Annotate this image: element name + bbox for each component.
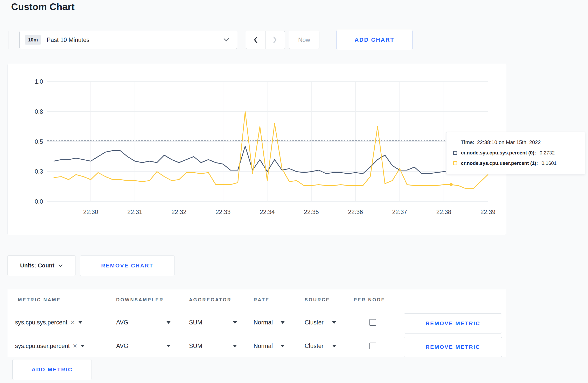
per-node-checkbox[interactable] (369, 343, 376, 349)
clear-metric-icon[interactable]: × (71, 319, 75, 326)
tooltip-series-value: 0.1601 (542, 160, 557, 166)
tooltip-time-row: Time:22:38:10 on Mar 15th, 2022 (453, 139, 577, 145)
svg-text:22:35: 22:35 (304, 209, 319, 215)
caret-down-icon (332, 321, 336, 324)
header-downsampler: DOWNSAMPLER (116, 297, 164, 303)
add-metric-button[interactable]: ADD METRIC (12, 359, 92, 380)
aggregator-value: SUM (189, 343, 202, 350)
units-dropdown[interactable]: Units: Count (8, 255, 75, 276)
chevron-down-icon (58, 264, 63, 267)
units-label: Units: Count (20, 262, 54, 269)
toolbar-divider (9, 31, 9, 49)
aggregator-select[interactable]: SUM (189, 343, 237, 350)
tooltip-time-value: 22:38:10 on Mar 15th, 2022 (477, 139, 541, 145)
clear-metric-icon[interactable]: × (73, 342, 77, 350)
chevron-right-icon (273, 36, 277, 44)
caret-down-icon (78, 321, 82, 324)
time-range-dropdown[interactable]: 10m Past 10 Minutes (19, 31, 237, 49)
rate-select[interactable]: Normal (254, 343, 285, 350)
chart-tooltip: Time:22:38:10 on Mar 15th, 2022 cr.node.… (446, 132, 585, 174)
downsampler-select[interactable]: AVG (116, 343, 171, 350)
svg-text:22:38: 22:38 (436, 209, 451, 215)
svg-text:0.3: 0.3 (35, 168, 43, 175)
metric-name-select[interactable]: sys.cpu.user.percent × (15, 342, 85, 350)
remove-chart-button[interactable]: REMOVE CHART (80, 255, 174, 276)
tooltip-series-value: 0.2732 (540, 150, 555, 156)
chevron-left-icon (253, 36, 258, 44)
aggregator-value: SUM (189, 319, 202, 326)
rate-value: Normal (254, 319, 273, 326)
caret-down-icon (81, 345, 85, 347)
caret-down-icon (166, 345, 171, 347)
caret-down-icon (166, 321, 171, 324)
svg-text:22:39: 22:39 (480, 209, 495, 215)
svg-text:22:31: 22:31 (127, 209, 142, 215)
svg-text:1.0: 1.0 (35, 78, 43, 85)
metric-name-value: sys.cpu.sys.percent (15, 319, 67, 326)
tooltip-time-label: Time: (461, 139, 474, 145)
time-range-label: Past 10 Minutes (47, 37, 89, 44)
aggregator-select[interactable]: SUM (189, 319, 237, 326)
tooltip-series-label: cr.node.sys.cpu.user.percent (1): (461, 160, 538, 166)
now-button[interactable]: Now (289, 31, 319, 49)
caret-down-icon (281, 345, 285, 347)
rate-value: Normal (254, 343, 273, 350)
remove-metric-button[interactable]: REMOVE METRIC (404, 337, 502, 357)
chart-area: 1.00.80.50.30.022:3022:3122:3222:3322:34… (8, 64, 586, 235)
time-series-chart[interactable]: 1.00.80.50.30.022:3022:3122:3222:3322:34… (8, 64, 506, 235)
next-time-button[interactable] (265, 31, 285, 49)
remove-metric-button[interactable]: REMOVE METRIC (404, 313, 502, 334)
caret-down-icon (332, 345, 336, 347)
svg-text:22:37: 22:37 (392, 209, 407, 215)
add-chart-button[interactable]: ADD CHART (337, 30, 412, 50)
metric-name-select[interactable]: sys.cpu.sys.percent × (15, 319, 82, 326)
time-range-badge: 10m (25, 35, 41, 45)
header-source: SOURCE (305, 297, 330, 303)
svg-text:0.8: 0.8 (35, 108, 43, 115)
page-title: Custom Chart (11, 2, 75, 12)
svg-text:22:34: 22:34 (260, 209, 275, 215)
caret-down-icon (281, 321, 285, 324)
custom-chart-page: Custom Chart 10m Past 10 Minutes Now ADD… (0, 0, 588, 383)
svg-text:22:36: 22:36 (348, 209, 363, 215)
downsampler-value: AVG (116, 319, 128, 326)
tooltip-series-row: cr.node.sys.cpu.sys.percent (0): 0.2732 (453, 150, 577, 156)
caret-down-icon (233, 321, 237, 324)
svg-text:0.0: 0.0 (35, 198, 43, 205)
svg-text:22:30: 22:30 (83, 209, 98, 215)
svg-text:0.5: 0.5 (35, 138, 43, 145)
per-node-checkbox[interactable] (369, 319, 376, 326)
downsampler-value: AVG (116, 343, 128, 350)
source-select[interactable]: Cluster (305, 319, 336, 326)
header-per-node: PER NODE (354, 297, 385, 303)
chevron-down-icon (223, 38, 229, 42)
header-aggregator: AGGREGATOR (189, 297, 232, 303)
chart-panel: 1.00.80.50.30.022:3022:3122:3222:3322:34… (8, 64, 506, 235)
tooltip-series-row: cr.node.sys.cpu.user.percent (1): 0.1601 (453, 160, 577, 166)
header-rate: RATE (254, 297, 270, 303)
series-sys-swatch-icon (453, 151, 457, 155)
series-user-swatch-icon (453, 161, 457, 165)
metric-row: sys.cpu.sys.percent × AVG SUM Normal Clu… (8, 312, 506, 332)
svg-text:22:32: 22:32 (172, 209, 187, 215)
caret-down-icon (233, 345, 237, 347)
source-value: Cluster (305, 319, 324, 326)
source-value: Cluster (305, 343, 324, 350)
prev-time-button[interactable] (246, 31, 265, 49)
downsampler-select[interactable]: AVG (116, 319, 171, 326)
metrics-table: METRIC NAME DOWNSAMPLER AGGREGATOR RATE … (8, 289, 506, 357)
svg-text:22:33: 22:33 (216, 209, 231, 215)
source-select[interactable]: Cluster (305, 343, 336, 350)
time-nav-group (246, 31, 285, 49)
tooltip-series-label: cr.node.sys.cpu.sys.percent (0): (461, 150, 536, 156)
metric-row: sys.cpu.user.percent × AVG SUM Normal Cl… (8, 336, 506, 356)
header-metric-name: METRIC NAME (18, 297, 61, 303)
metric-name-value: sys.cpu.user.percent (15, 343, 70, 350)
rate-select[interactable]: Normal (254, 319, 285, 326)
